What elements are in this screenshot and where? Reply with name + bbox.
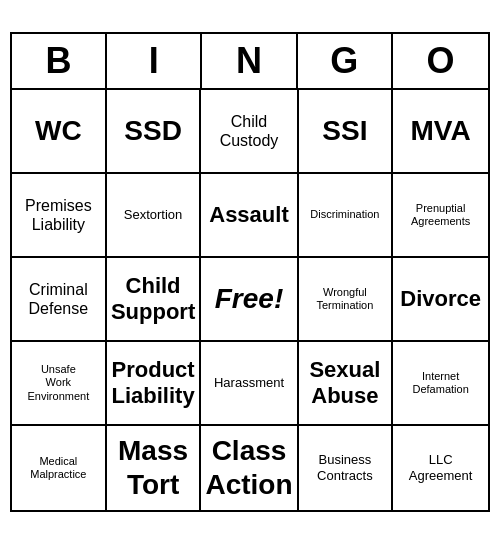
header-letter: N xyxy=(202,34,297,88)
cell-text: Product Liability xyxy=(112,357,195,410)
bingo-cell: Criminal Defense xyxy=(12,258,107,342)
bingo-cell: SSI xyxy=(299,90,394,174)
bingo-cell: Sexual Abuse xyxy=(299,342,394,426)
bingo-header: BINGO xyxy=(12,34,488,90)
cell-text: Unsafe Work Environment xyxy=(27,363,89,403)
cell-text: Criminal Defense xyxy=(29,280,89,318)
cell-text: Prenuptial Agreements xyxy=(411,202,470,228)
bingo-cell: Unsafe Work Environment xyxy=(12,342,107,426)
bingo-grid: WCSSDChild CustodySSIMVAPremises Liabili… xyxy=(12,90,488,510)
bingo-cell: Child Custody xyxy=(201,90,298,174)
bingo-cell: Harassment xyxy=(201,342,298,426)
cell-text: WC xyxy=(35,114,82,148)
bingo-cell: Wrongful Termination xyxy=(299,258,394,342)
cell-text: SSI xyxy=(322,114,367,148)
bingo-cell: Discrimination xyxy=(299,174,394,258)
cell-text: Class Action xyxy=(205,434,292,501)
bingo-cell: Divorce xyxy=(393,258,488,342)
bingo-cell: Sextortion xyxy=(107,174,202,258)
bingo-cell: Prenuptial Agreements xyxy=(393,174,488,258)
cell-text: Harassment xyxy=(214,375,284,391)
cell-text: Internet Defamation xyxy=(413,370,469,396)
bingo-cell: MVA xyxy=(393,90,488,174)
cell-text: Mass Tort xyxy=(118,434,188,501)
bingo-cell: Internet Defamation xyxy=(393,342,488,426)
cell-text: Business Contracts xyxy=(317,452,373,483)
header-letter: B xyxy=(12,34,107,88)
bingo-cell: Class Action xyxy=(201,426,298,510)
bingo-cell: Free! xyxy=(201,258,298,342)
cell-text: LLC Agreement xyxy=(409,452,473,483)
bingo-cell: Medical Malpractice xyxy=(12,426,107,510)
cell-text: Child Custody xyxy=(220,112,279,150)
cell-text: Free! xyxy=(215,283,283,315)
header-letter: I xyxy=(107,34,202,88)
bingo-cell: Mass Tort xyxy=(107,426,202,510)
cell-text: Divorce xyxy=(400,286,481,312)
cell-text: Discrimination xyxy=(310,208,379,221)
bingo-cell: Business Contracts xyxy=(299,426,394,510)
bingo-cell: WC xyxy=(12,90,107,174)
cell-text: Wrongful Termination xyxy=(316,286,373,312)
cell-text: Premises Liability xyxy=(25,196,92,234)
bingo-cell: LLC Agreement xyxy=(393,426,488,510)
bingo-card: BINGO WCSSDChild CustodySSIMVAPremises L… xyxy=(10,32,490,512)
bingo-cell: Product Liability xyxy=(107,342,202,426)
header-letter: G xyxy=(298,34,393,88)
cell-text: MVA xyxy=(411,114,471,148)
cell-text: Medical Malpractice xyxy=(30,455,86,481)
cell-text: Sextortion xyxy=(124,207,183,223)
header-letter: O xyxy=(393,34,488,88)
cell-text: Sexual Abuse xyxy=(309,357,380,410)
cell-text: SSD xyxy=(124,114,182,148)
bingo-cell: Child Support xyxy=(107,258,202,342)
bingo-cell: Assault xyxy=(201,174,298,258)
bingo-cell: Premises Liability xyxy=(12,174,107,258)
cell-text: Child Support xyxy=(111,273,195,326)
cell-text: Assault xyxy=(209,202,288,228)
bingo-cell: SSD xyxy=(107,90,202,174)
